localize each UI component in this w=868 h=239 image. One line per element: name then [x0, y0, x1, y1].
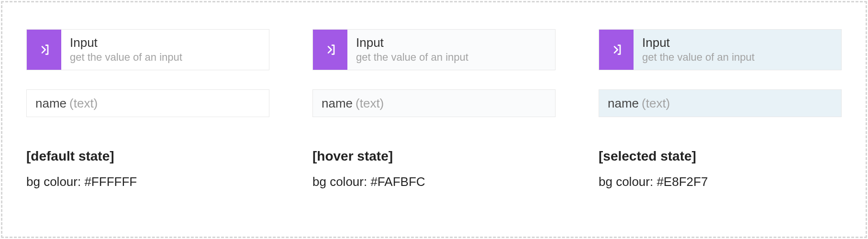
field-chip[interactable]: name (text)	[26, 89, 269, 117]
input-icon-box	[313, 30, 347, 70]
input-card-title: Input	[356, 35, 555, 50]
enter-icon	[609, 42, 624, 57]
input-card[interactable]: Input get the value of an input	[599, 29, 842, 70]
field-chip[interactable]: name (text)	[312, 89, 556, 117]
input-card-subtitle: get the value of an input	[356, 51, 555, 64]
input-card-title: Input	[70, 35, 269, 50]
input-card-text: Input get the value of an input	[634, 30, 841, 70]
input-card[interactable]: Input get the value of an input	[26, 29, 269, 70]
enter-icon	[323, 42, 338, 57]
bg-colour-label: bg colour: #FAFBFC	[312, 174, 556, 189]
input-card-text: Input get the value of an input	[347, 30, 555, 70]
input-card[interactable]: Input get the value of an input	[312, 29, 556, 70]
state-label: [hover state]	[312, 149, 556, 164]
input-icon-box	[27, 30, 61, 70]
input-card-subtitle: get the value of an input	[642, 51, 841, 64]
input-card-title: Input	[642, 35, 841, 50]
field-type: (text)	[69, 96, 98, 111]
input-card-subtitle: get the value of an input	[70, 51, 269, 64]
field-type: (text)	[356, 96, 384, 111]
field-name: name	[35, 96, 67, 111]
state-column-hover: Input get the value of an input name (te…	[312, 29, 556, 217]
field-name: name	[322, 96, 353, 111]
state-column-default: Input get the value of an input name (te…	[26, 29, 269, 217]
field-type: (text)	[642, 96, 670, 111]
bg-colour-label: bg colour: #FFFFFF	[26, 174, 269, 189]
input-card-text: Input get the value of an input	[61, 30, 269, 70]
field-name: name	[608, 96, 639, 111]
input-icon-box	[599, 30, 634, 70]
state-column-selected: Input get the value of an input name (te…	[599, 29, 842, 217]
bg-colour-label: bg colour: #E8F2F7	[599, 174, 842, 189]
state-label: [default state]	[26, 149, 269, 164]
state-label: [selected state]	[599, 149, 842, 164]
spec-frame: Input get the value of an input name (te…	[1, 1, 867, 238]
enter-icon	[36, 42, 52, 57]
field-chip[interactable]: name (text)	[599, 89, 842, 117]
